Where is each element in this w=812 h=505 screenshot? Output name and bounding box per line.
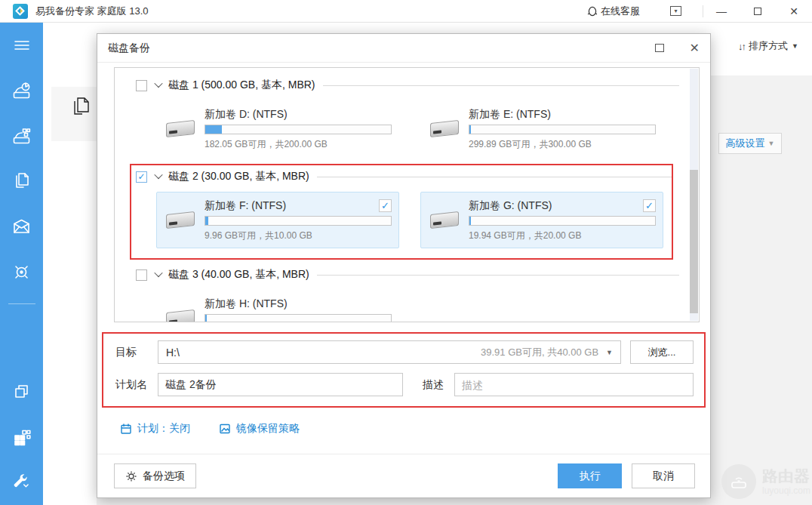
target-label: 目标 xyxy=(115,346,158,359)
chevron-down-icon: ▼ xyxy=(792,42,798,50)
files-icon xyxy=(12,171,32,191)
description-input[interactable] xyxy=(454,373,694,396)
drive-icon xyxy=(428,198,461,242)
sidebar-item-mail-backup[interactable] xyxy=(0,204,43,249)
drive-icon xyxy=(428,106,461,151)
drive-icon xyxy=(164,296,197,322)
disk-group-2-highlighted: 磁盘 2 (30.00 GB, 基本, MBR) 新加卷 F: (NTFS) 9… xyxy=(130,164,673,260)
hamburger-icon xyxy=(12,35,32,55)
backup-options-button[interactable]: 备份选项 xyxy=(114,463,196,488)
disk2-checkbox[interactable] xyxy=(136,171,147,183)
window-title: 易我备份专家 家庭版 13.0 xyxy=(35,5,149,18)
feedback-dropdown-icon[interactable]: ▾ xyxy=(670,6,681,16)
volume-card-e[interactable]: 新加卷 E: (NTFS) 299.89 GB可用，共300.00 GB xyxy=(420,100,663,157)
volume-card-h[interactable]: 新加卷 H: (NTFS) 39.91 GB可用，共40.00 GB xyxy=(156,290,399,322)
volume-usage: 299.89 GB可用，共300.00 GB xyxy=(469,138,656,151)
backup-options-label: 备份选项 xyxy=(143,470,185,483)
online-service-label: 在线客服 xyxy=(601,5,640,18)
chevron-down-icon[interactable] xyxy=(154,170,162,178)
disk2-name: 磁盘 2 (30.00 GB, 基本, MBR) xyxy=(168,170,309,183)
group-divider xyxy=(317,275,679,276)
target-value: H:\ xyxy=(166,346,481,359)
volume-g-checkbox[interactable] xyxy=(643,199,656,212)
disk3-checkbox[interactable] xyxy=(136,269,147,281)
volume-card-d[interactable]: 新加卷 D: (NTFS) 182.05 GB可用，共200.00 GB xyxy=(156,100,399,157)
disk-group-1: 磁盘 1 (500.00 GB, 基本, MBR) 新加卷 D: (NTFS) … xyxy=(136,77,679,157)
volume-card-g[interactable]: 新加卷 G: (NTFS) 19.94 GB可用，共20.00 GB xyxy=(420,192,663,248)
files-icon xyxy=(70,96,91,119)
sidebar-item-tools[interactable] xyxy=(0,414,43,460)
minimize-button[interactable]: — xyxy=(703,0,740,22)
sidebar-item-target-location[interactable] xyxy=(0,249,43,294)
volume-label: 新加卷 F: (NTFS) xyxy=(205,199,379,213)
volume-label: 新加卷 E: (NTFS) xyxy=(469,108,656,122)
drive-icon xyxy=(164,198,197,242)
sidebar-item-clone[interactable] xyxy=(0,369,43,414)
capacity-bar xyxy=(205,216,392,226)
capacity-bar xyxy=(205,125,392,134)
volume-label: 新加卷 H: (NTFS) xyxy=(205,297,392,311)
advanced-settings-button[interactable]: 高级设置 ▼ xyxy=(718,133,782,154)
calendar-icon xyxy=(120,423,132,435)
group-divider xyxy=(323,85,680,86)
volume-usage: 9.96 GB可用，共10.00 GB xyxy=(205,229,392,242)
window-titlebar: 易我备份专家 家庭版 13.0 在线客服 ▾ — ✕ xyxy=(0,0,812,23)
scrollbar-thumb[interactable] xyxy=(690,170,698,313)
target-row: 目标 H:\ 39.91 GB可用, 共40.00 GB ▼ 浏览... xyxy=(115,340,694,364)
scrollbar[interactable] xyxy=(690,69,698,321)
envelope-icon xyxy=(11,217,32,237)
target-combobox[interactable]: H:\ 39.91 GB可用, 共40.00 GB ▼ xyxy=(158,340,621,364)
volume-card-f[interactable]: 新加卷 F: (NTFS) 9.96 GB可用，共10.00 GB xyxy=(156,192,399,248)
chevron-down-icon[interactable] xyxy=(154,79,162,87)
sidebar xyxy=(0,23,43,505)
schedule-link[interactable]: 计划：关闭 xyxy=(120,422,190,436)
disk-list: 磁盘 1 (500.00 GB, 基本, MBR) 新加卷 D: (NTFS) … xyxy=(114,67,700,322)
target-icon xyxy=(11,262,32,282)
cancel-button[interactable]: 取消 xyxy=(632,463,695,488)
sidebar-item-settings[interactable] xyxy=(0,460,43,505)
sort-by-dropdown[interactable]: ↓↑ 排序方式 ▼ xyxy=(738,39,798,53)
gear-icon xyxy=(125,470,137,482)
plan-row: 计划名 描述 xyxy=(115,373,694,396)
capacity-bar xyxy=(469,125,656,134)
dialog-maximize-button[interactable] xyxy=(655,44,664,52)
volume-label: 新加卷 D: (NTFS) xyxy=(205,108,392,122)
main-workspace: ↓↑ 排序方式 ▼ 高级设置 ▼ 磁盘备份 ✕ 磁盘 1 (500.00 GB,… xyxy=(43,23,812,505)
dialog-close-button[interactable]: ✕ xyxy=(690,42,700,54)
capacity-bar xyxy=(469,216,656,226)
volume-usage: 19.94 GB可用，共20.00 GB xyxy=(469,229,656,242)
close-button[interactable]: ✕ xyxy=(776,0,812,22)
qq-penguin-icon xyxy=(587,5,598,17)
chevron-down-icon[interactable] xyxy=(154,268,162,276)
chevron-down-icon: ▼ xyxy=(606,349,613,356)
execute-button[interactable]: 执行 xyxy=(558,463,622,488)
retention-label: 镜像保留策略 xyxy=(236,422,300,436)
drive-icon xyxy=(164,106,197,151)
app-logo-icon xyxy=(13,4,28,19)
disk1-checkbox[interactable] xyxy=(136,80,147,91)
online-service-button[interactable]: 在线客服 xyxy=(587,5,640,18)
clone-icon xyxy=(12,382,32,402)
browse-button[interactable]: 浏览... xyxy=(630,340,694,364)
disk-pie-backup-icon xyxy=(11,81,32,101)
maximize-button[interactable] xyxy=(740,0,776,22)
disk-partition-backup-icon xyxy=(11,126,32,146)
volume-f-checkbox[interactable] xyxy=(379,199,392,212)
image-retention-link[interactable]: 镜像保留策略 xyxy=(219,422,300,436)
sidebar-divider xyxy=(8,303,35,304)
volume-label: 新加卷 G: (NTFS) xyxy=(469,199,643,213)
dialog-title: 磁盘备份 xyxy=(108,42,150,55)
target-capacity: 39.91 GB可用, 共40.00 GB xyxy=(481,346,598,359)
plan-name-input[interactable] xyxy=(158,373,403,396)
sidebar-item-file-backup[interactable] xyxy=(0,159,43,204)
capacity-bar xyxy=(205,314,392,322)
sidebar-item-disk-backup[interactable] xyxy=(0,113,43,159)
sort-arrows-icon: ↓↑ xyxy=(738,41,745,52)
schedule-label: 计划：关闭 xyxy=(137,422,190,436)
menu-toggle-button[interactable] xyxy=(0,23,43,68)
plan-name-label: 计划名 xyxy=(115,378,158,392)
disk3-name: 磁盘 3 (40.00 GB, 基本, MBR) xyxy=(168,268,309,282)
chevron-down-icon: ▼ xyxy=(768,140,775,147)
sidebar-item-system-backup[interactable] xyxy=(0,68,43,113)
dialog-titlebar: 磁盘备份 ✕ xyxy=(97,34,710,63)
